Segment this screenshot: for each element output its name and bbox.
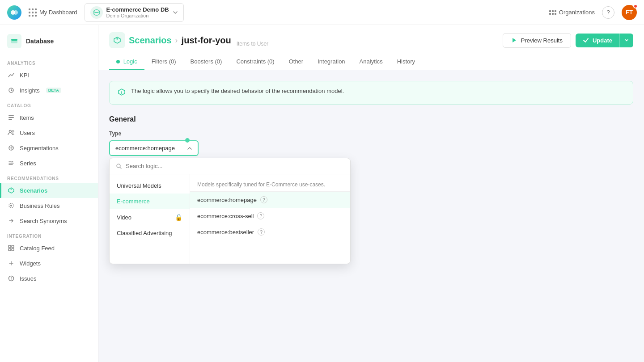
- widgets-icon: [7, 259, 15, 267]
- svg-rect-7: [8, 117, 14, 118]
- search-synonyms-label: Search Synonyms: [20, 218, 67, 224]
- user-avatar[interactable]: FT: [622, 5, 637, 20]
- svg-point-15: [10, 205, 12, 206]
- series-label: Series: [20, 160, 36, 167]
- sidebar-item-search-synonyms[interactable]: Search Synonyms: [0, 213, 98, 228]
- db-org: Demo Organization: [106, 13, 169, 18]
- breadcrumb-icon: [109, 32, 125, 48]
- tab-analytics[interactable]: Analytics: [352, 54, 390, 70]
- tab-logic[interactable]: Logic: [109, 54, 144, 70]
- svg-point-27: [117, 164, 120, 168]
- catalog-feed-label: Catalog Feed: [20, 245, 55, 252]
- breadcrumb: Scenarios › just-for-you Items to User P…: [109, 32, 633, 48]
- chevron-down-icon: [624, 38, 629, 42]
- organizations-button[interactable]: Organizations: [549, 9, 595, 16]
- type-dropdown-trigger[interactable]: ecommerce:homepage: [109, 140, 199, 156]
- tab-bar: Logic Filters (0) Boosters (0) Constrain…: [109, 54, 633, 70]
- type-field-label: Type: [109, 130, 633, 137]
- svg-point-26: [121, 91, 122, 92]
- update-btn-dropdown[interactable]: [620, 34, 633, 46]
- dropdown-dot: [185, 138, 190, 143]
- section-integration: INTEGRATION: [0, 228, 98, 240]
- lock-icon: 🔒: [175, 214, 182, 221]
- sidebar-item-users[interactable]: Users: [0, 125, 98, 140]
- sidebar-item-issues[interactable]: Issues: [0, 271, 98, 286]
- breadcrumb-current: just-for-you: [182, 35, 231, 46]
- sidebar-item-segmentations[interactable]: Segmentations: [0, 140, 98, 156]
- sidebar-item-series[interactable]: Series: [0, 156, 98, 171]
- sidebar-item-insights[interactable]: Insights BETA: [0, 83, 98, 98]
- header-actions: Preview Results Update: [503, 33, 633, 48]
- section-catalog: CATALOG: [0, 98, 98, 110]
- help-icon-crosssell[interactable]: ?: [257, 212, 264, 219]
- section-analytics: ANALYTICS: [0, 55, 98, 67]
- catalog-feed-icon: [7, 244, 15, 252]
- option-ecommerce-crosssell[interactable]: ecommerce:cross-sell ?: [190, 208, 350, 224]
- type-dropdown[interactable]: ecommerce:homepage: [109, 140, 199, 156]
- category-video[interactable]: Video 🔒: [110, 209, 190, 225]
- svg-point-22: [11, 279, 12, 280]
- svg-point-1: [13, 10, 18, 15]
- dropdown-search-bar[interactable]: [110, 158, 350, 174]
- dropdown-search-input[interactable]: [126, 163, 344, 169]
- my-dashboard-link[interactable]: My Dashboard: [29, 8, 77, 17]
- sidebar-db-label: Database: [26, 38, 54, 45]
- sidebar-item-catalog-feed[interactable]: Catalog Feed: [0, 240, 98, 256]
- db-name: E-commerce Demo DB: [106, 6, 169, 13]
- content-area: Scenarios › just-for-you Items to User P…: [98, 25, 644, 362]
- sidebar-db-icon: [7, 34, 21, 48]
- search-synonyms-icon: [7, 217, 15, 225]
- svg-rect-17: [8, 245, 11, 248]
- tab-integration[interactable]: Integration: [310, 54, 352, 70]
- sidebar-item-business-rules[interactable]: Business Rules: [0, 198, 98, 213]
- svg-point-9: [9, 130, 12, 133]
- sidebar-item-kpi[interactable]: KPI: [0, 67, 98, 83]
- option-ecommerce-bestseller[interactable]: ecommerce:bestseller ?: [190, 224, 350, 240]
- beta-badge: BETA: [46, 88, 61, 93]
- category-ecommerce[interactable]: E-commerce: [110, 194, 190, 209]
- category-universal[interactable]: Universal Models: [110, 178, 190, 194]
- content-header: Scenarios › just-for-you Items to User P…: [98, 25, 644, 70]
- db-selector[interactable]: E-commerce Demo DB Demo Organization: [85, 3, 184, 22]
- svg-point-2: [94, 10, 99, 13]
- help-button[interactable]: ?: [602, 6, 614, 19]
- segmentations-icon: [7, 144, 15, 152]
- svg-rect-4: [11, 39, 17, 41]
- breadcrumb-parent[interactable]: Scenarios: [129, 35, 172, 46]
- update-button-main[interactable]: Update: [576, 34, 619, 47]
- series-icon: [7, 159, 15, 167]
- sidebar-item-widgets[interactable]: Widgets: [0, 256, 98, 271]
- dropdown-categories: Universal Models E-commerce Video 🔒 Clas…: [110, 174, 190, 264]
- check-icon: [583, 37, 589, 43]
- chevron-up-icon: [187, 146, 192, 151]
- category-description: Models specifically tuned for E-Commerce…: [190, 178, 350, 192]
- info-banner-text: The logic allows you to specify the desi…: [131, 88, 344, 94]
- update-button[interactable]: Update: [576, 34, 633, 47]
- tab-boosters[interactable]: Boosters (0): [183, 54, 229, 70]
- svg-rect-18: [12, 245, 14, 248]
- sidebar-item-items[interactable]: Items: [0, 110, 98, 125]
- sidebar-item-scenarios[interactable]: Scenarios: [0, 183, 98, 198]
- preview-results-button[interactable]: Preview Results: [503, 33, 571, 48]
- tab-filters[interactable]: Filters (0): [144, 54, 183, 70]
- notification-badge: [633, 4, 638, 8]
- play-icon: [511, 37, 517, 43]
- option-ecommerce-homepage[interactable]: ecommerce:homepage ?: [190, 192, 350, 208]
- scenarios-icon: [7, 186, 15, 194]
- kpi-label: KPI: [20, 72, 29, 79]
- tab-other[interactable]: Other: [282, 54, 311, 70]
- section-recommendations: RECOMMENDATIONS: [0, 171, 98, 183]
- breadcrumb-separator: ›: [175, 36, 178, 45]
- category-classified[interactable]: Classified Advertising: [110, 225, 190, 241]
- svg-rect-19: [8, 248, 11, 251]
- tab-history[interactable]: History: [390, 54, 422, 70]
- segmentations-label: Segmentations: [20, 145, 59, 152]
- tab-dot: [116, 60, 120, 63]
- tab-constraints[interactable]: Constraints (0): [229, 54, 281, 70]
- help-icon-bestseller[interactable]: ?: [258, 228, 265, 236]
- svg-point-10: [12, 130, 14, 132]
- search-icon: [116, 163, 122, 169]
- general-section-title: General: [109, 115, 633, 123]
- help-icon-homepage[interactable]: ?: [260, 196, 267, 203]
- dropdown-body: Universal Models E-commerce Video 🔒 Clas…: [110, 174, 350, 264]
